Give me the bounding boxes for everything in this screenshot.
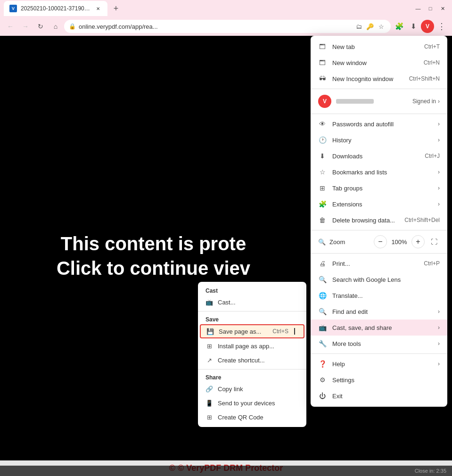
incognito-shortcut: Ctrl+Shift+N [409,75,440,82]
ctx-save-page-item[interactable]: 💾 Save page as... Ctrl+S [200,324,304,338]
zoom-out-button[interactable]: − [374,235,387,248]
menu-cast-save-share[interactable]: 📺 Cast, save, and share › [311,320,447,336]
new-window-icon: 🗔 [318,58,327,67]
status-bar: Close in: 2:35 [0,466,452,476]
more-tools-arrow: › [438,340,440,347]
menu-incognito[interactable]: 🕶 New Incognito window Ctrl+Shift+N [311,71,447,87]
ctx-qr-code-item[interactable]: ⊞ Create QR Code [198,410,306,424]
menu-search-lens[interactable]: 🔍 Search with Google Lens [311,271,447,287]
lock-icon: 🔒 [69,23,76,30]
close-button[interactable]: ✕ [437,3,448,14]
downloads-shortcut: Ctrl+J [425,153,440,159]
menu-find-edit[interactable]: 🔍 Find and edit › [311,304,447,320]
menu-icon[interactable]: ⋮ [435,20,448,33]
copy-link-icon: 🔗 [205,385,213,393]
downloads-icon: ⬇ [318,152,327,160]
menu-divider-5 [311,353,447,354]
zoom-icon: 🔍 [318,238,326,246]
page-action-icon[interactable]: 🗂 [354,22,363,31]
active-tab[interactable]: V 20250210-100021-37190949990 ✕ [4,1,107,16]
menu-translate[interactable]: 🌐 Translate... [311,287,447,304]
account-signed-status: Signed in › [412,98,440,105]
passwords-arrow: › [438,121,440,127]
cast-save-share-arrow: › [438,324,440,331]
menu-zoom-row: 🔍 Zoom − 100% + ⛶ [311,232,447,251]
tab-groups-arrow: › [438,185,440,191]
extensions-menu-icon: 🧩 [318,200,327,208]
print-icon: 🖨 [318,259,327,268]
save-shortcut: Ctrl+S [272,328,288,335]
menu-downloads[interactable]: ⬇ Downloads Ctrl+J [311,148,447,164]
passwords-icon: 👁 [318,120,327,128]
minimize-button[interactable]: — [412,3,424,14]
extensions-icon[interactable]: 🧩 [393,20,406,33]
key-icon[interactable]: 🔑 [365,22,375,31]
toolbar-icons: 🧩 ⬇ V ⋮ [393,20,448,33]
menu-more-tools[interactable]: 🔧 More tools › [311,336,447,352]
menu-settings[interactable]: ⚙ Settings [311,372,447,388]
ctx-copy-link-item[interactable]: 🔗 Copy link [198,382,306,396]
new-tab-button[interactable]: + [109,2,123,15]
menu-divider-1 [311,89,447,89]
incognito-icon: 🕶 [318,74,327,83]
menu-account[interactable]: V Signed in › [311,91,447,112]
zoom-in-button[interactable]: + [411,235,425,248]
new-tab-shortcut: Ctrl+T [424,43,440,50]
new-tab-icon: 🗔 [318,42,327,51]
menu-tab-groups[interactable]: ⊞ Tab groups › [311,180,447,196]
find-edit-arrow: › [438,308,440,315]
ctx-cast-item[interactable]: 📺 Cast... [198,295,306,309]
menu-new-window[interactable]: 🗔 New window Ctrl+N [311,55,447,71]
zoom-label: Zoom [329,238,370,246]
menu-passwords[interactable]: 👁 Passwords and autofill › [311,116,447,132]
menu-print[interactable]: 🖨 Print... Ctrl+P [311,255,447,271]
menu-divider-4 [311,253,447,254]
share-section-label: Share [198,371,306,382]
account-arrow-icon: › [438,98,440,105]
download-icon[interactable]: ⬇ [407,20,420,33]
address-bar: ← → ↻ ⌂ 🔒 online.verypdf.com/app/rea... … [0,17,452,36]
menu-exit[interactable]: ⏻ Exit [311,388,447,404]
back-button[interactable]: ← [4,20,17,33]
history-icon: 🕐 [318,136,327,144]
exit-icon: ⏻ [318,392,327,400]
menu-extensions[interactable]: 🧩 Extensions › [311,196,447,212]
translate-icon: 🌐 [318,291,327,300]
home-button[interactable]: ⌂ [49,20,62,33]
vivaldi-logo[interactable]: V [421,20,434,33]
more-tools-icon: 🔧 [318,339,327,348]
titlebar: V 20250210-100021-37190949990 ✕ + — □ ✕ [0,0,452,17]
bookmark-star-icon[interactable]: ☆ [377,22,386,31]
tab-groups-icon: ⊞ [318,184,327,192]
cast-save-share-icon: 📺 [318,323,327,332]
install-app-icon: ⊞ [205,342,213,350]
menu-new-tab[interactable]: 🗔 New tab Ctrl+T [311,39,447,55]
menu-bookmarks[interactable]: ☆ Bookmarks and lists › [311,164,447,180]
send-devices-icon: 📱 [205,399,213,407]
tab-close-button[interactable]: ✕ [94,5,102,12]
context-menu: Cast 📺 Cast... Save 💾 Save page as... Ct… [198,282,306,427]
menu-help[interactable]: ❓ Help › [311,356,447,372]
account-logo: V [318,95,331,108]
ctx-send-devices-item[interactable]: 📱 Send to your devices [198,396,306,410]
ctx-install-app-item[interactable]: ⊞ Install page as app... [198,339,306,353]
new-window-shortcut: Ctrl+N [424,59,440,66]
cast-section-label: Cast [198,285,306,295]
zoom-level: 100% [391,238,408,246]
zoom-fullscreen-button[interactable]: ⛶ [428,236,440,247]
search-lens-icon: 🔍 [318,275,327,284]
ctx-create-shortcut-item[interactable]: ↗ Create shortcut... [198,353,306,367]
menu-history[interactable]: 🕐 History › [311,132,447,148]
menu-delete-browsing[interactable]: 🗑 Delete browsing data... Ctrl+Shift+Del [311,212,447,228]
refresh-button[interactable]: ↻ [34,20,47,33]
tab-title: 20250210-100021-37190949990 [21,5,90,12]
account-name-redacted [336,99,374,104]
maximize-button[interactable]: □ [425,3,436,14]
cast-ctx-icon: 📺 [205,298,213,306]
help-icon: ❓ [318,360,327,368]
print-shortcut: Ctrl+P [424,260,440,267]
address-input[interactable]: 🔒 online.verypdf.com/app/rea... 🗂 🔑 ☆ [64,20,391,33]
qr-code-icon: ⊞ [205,413,213,421]
shortcut-icon: ↗ [205,356,213,364]
forward-button[interactable]: → [19,20,32,33]
